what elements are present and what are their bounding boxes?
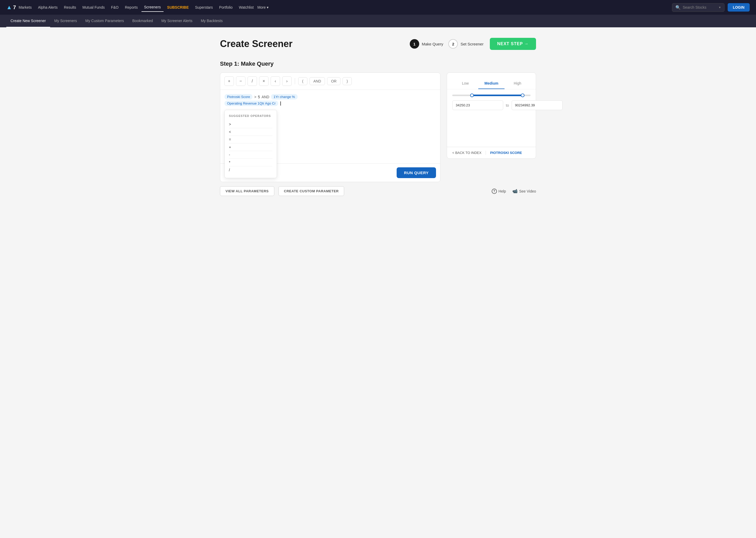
op-plus[interactable]: +: [229, 143, 272, 151]
range-slider[interactable]: [452, 94, 531, 96]
range-handle-left[interactable]: [470, 93, 474, 97]
tab-high[interactable]: High: [504, 78, 531, 89]
step-1-label: Make Query: [422, 42, 443, 46]
nav-right: 🔍 ▾ LOGIN: [672, 3, 750, 12]
toolbar-and-btn[interactable]: AND: [309, 77, 325, 85]
param-piotroski[interactable]: Piotroski Score: [224, 94, 253, 100]
bottom-actions: VIEW ALL PARAMETERS CREATE CUSTOM PARAME…: [220, 186, 536, 196]
toolbar-next-btn[interactable]: ›: [282, 77, 292, 86]
op-less-than[interactable]: <: [229, 128, 272, 136]
param-1yr-change[interactable]: 1Yr change %: [271, 94, 298, 100]
search-chevron-icon: ▾: [719, 6, 721, 9]
subnav-screener-alerts[interactable]: My Screener Alerts: [157, 15, 197, 27]
query-section: + − / × ‹ › ( AND OR ) Piotroski Score >…: [220, 73, 536, 182]
see-video-label: See Video: [519, 189, 536, 193]
page-title: Create Screener: [220, 38, 410, 49]
page-header: Create Screener 1 Make Query 2 Set Scree…: [220, 38, 536, 50]
see-video-link[interactable]: 📹 See Video: [512, 188, 536, 193]
range-slider-container: to: [447, 94, 536, 115]
brand-logo[interactable]: ▲ 7: [6, 4, 16, 11]
query-card: + − / × ‹ › ( AND OR ) Piotroski Score >…: [220, 73, 441, 182]
range-tabs: Low Medium High: [447, 73, 536, 89]
op-greater-than[interactable]: >: [229, 121, 272, 128]
run-query-button[interactable]: RUN QUERY: [397, 167, 436, 178]
step-heading: Step 1: Make Query: [220, 60, 536, 67]
text-cursor: [280, 101, 281, 106]
piotroski-score-link[interactable]: PIOTROSKI SCORE: [490, 151, 522, 155]
nav-screeners[interactable]: Screeners: [141, 3, 164, 12]
op-minus[interactable]: -: [229, 151, 272, 159]
top-navigation: ▲ 7 Markets Alpha Alerts Results Mutual …: [0, 0, 756, 15]
param-operating-revenue[interactable]: Operating Revenue 1Qtr Ago Cr: [224, 101, 278, 106]
range-to-label: to: [506, 103, 509, 107]
nav-fno[interactable]: F&O: [109, 3, 121, 12]
range-min-input[interactable]: [452, 100, 503, 110]
value-5: 5: [258, 95, 260, 99]
nav-subscribe[interactable]: SUBSCRIBE: [165, 3, 191, 12]
toolbar-close-paren-btn[interactable]: ): [343, 77, 352, 85]
toolbar-minus-btn[interactable]: −: [236, 77, 246, 86]
query-line-2: Operating Revenue 1Qtr Ago Cr: [224, 101, 436, 106]
range-handle-right[interactable]: [521, 93, 525, 97]
query-line-1: Piotroski Score > 5 AND 1Yr change %: [224, 94, 436, 100]
nav-more[interactable]: More ▾: [257, 5, 268, 10]
range-slider-fill: [472, 94, 523, 96]
tab-low[interactable]: Low: [452, 78, 478, 89]
help-actions: ? Help 📹 See Video: [492, 188, 536, 194]
sub-navigation: Create New Screener My Screeners My Cust…: [0, 15, 756, 27]
step-2: 2 Set Screener: [449, 39, 484, 49]
main-content: Create Screener 1 Make Query 2 Set Scree…: [208, 27, 548, 206]
toolbar-divide-btn[interactable]: /: [248, 77, 257, 86]
range-max-input[interactable]: [512, 100, 563, 110]
nav-results[interactable]: Results: [61, 3, 79, 12]
nav-links: Markets Alpha Alerts Results Mutual Fund…: [16, 3, 672, 12]
step-1-circle: 1: [410, 39, 419, 49]
step-1: 1 Make Query: [410, 39, 443, 49]
range-inputs: to: [452, 100, 531, 110]
chevron-down-icon: ▾: [267, 5, 268, 10]
nav-mutual-funds[interactable]: Mutual Funds: [80, 3, 107, 12]
step-2-label: Set Screener: [460, 42, 484, 46]
query-input-area[interactable]: Piotroski Score > 5 AND 1Yr change % Ope…: [220, 90, 440, 163]
nav-alpha-alerts[interactable]: Alpha Alerts: [35, 3, 60, 12]
toolbar-or-btn[interactable]: OR: [327, 77, 341, 85]
subnav-create-screener[interactable]: Create New Screener: [6, 15, 50, 27]
suggested-operators-dropdown: SUGGESTED OPERATORS > < = + - * /: [224, 110, 277, 178]
toolbar-open-paren-btn[interactable]: (: [298, 77, 307, 85]
search-box[interactable]: 🔍 ▾: [672, 3, 725, 12]
suggested-title: SUGGESTED OPERATORS: [229, 114, 272, 117]
nav-superstars[interactable]: Superstars: [192, 3, 215, 12]
login-button[interactable]: LOGIN: [728, 3, 750, 12]
next-step-button[interactable]: NEXT STEP →: [490, 38, 536, 50]
create-custom-parameter-button[interactable]: CREATE CUSTOM PARAMETER: [278, 186, 344, 196]
toolbar-prev-btn[interactable]: ‹: [271, 77, 280, 86]
subnav-bookmarked[interactable]: Bookmarked: [128, 15, 157, 27]
nav-portfolio[interactable]: Portfolio: [216, 3, 235, 12]
step-2-circle: 2: [449, 39, 458, 49]
op-gt: >: [254, 95, 256, 99]
op-divide[interactable]: /: [229, 166, 272, 174]
nav-markets[interactable]: Markets: [16, 3, 34, 12]
toolbar-multiply-btn[interactable]: ×: [259, 77, 268, 86]
help-link[interactable]: ? Help: [492, 188, 506, 194]
steps-container: 1 Make Query 2 Set Screener: [410, 39, 484, 49]
help-icon: ?: [492, 188, 497, 194]
right-panel: Low Medium High to < BACK TO INDEX P: [447, 73, 536, 159]
video-icon: 📹: [512, 188, 518, 193]
subnav-my-custom-parameters[interactable]: My Custom Parameters: [81, 15, 128, 27]
query-toolbar: + − / × ‹ › ( AND OR ): [220, 73, 440, 90]
search-icon: 🔍: [676, 5, 681, 10]
subnav-my-screeners[interactable]: My Screeners: [50, 15, 81, 27]
search-input[interactable]: [683, 5, 717, 10]
op-multiply[interactable]: *: [229, 159, 272, 166]
help-label: Help: [498, 189, 506, 193]
op-equals[interactable]: =: [229, 136, 272, 143]
logic-and: AND: [261, 95, 269, 99]
nav-watchlist[interactable]: Watchlist: [236, 3, 256, 12]
toolbar-add-btn[interactable]: +: [224, 77, 234, 86]
tab-medium[interactable]: Medium: [478, 78, 504, 89]
back-to-index-link[interactable]: < BACK TO INDEX: [452, 151, 486, 155]
view-all-parameters-button[interactable]: VIEW ALL PARAMETERS: [220, 186, 274, 196]
subnav-backtests[interactable]: My Backtests: [197, 15, 227, 27]
nav-reports[interactable]: Reports: [122, 3, 140, 12]
